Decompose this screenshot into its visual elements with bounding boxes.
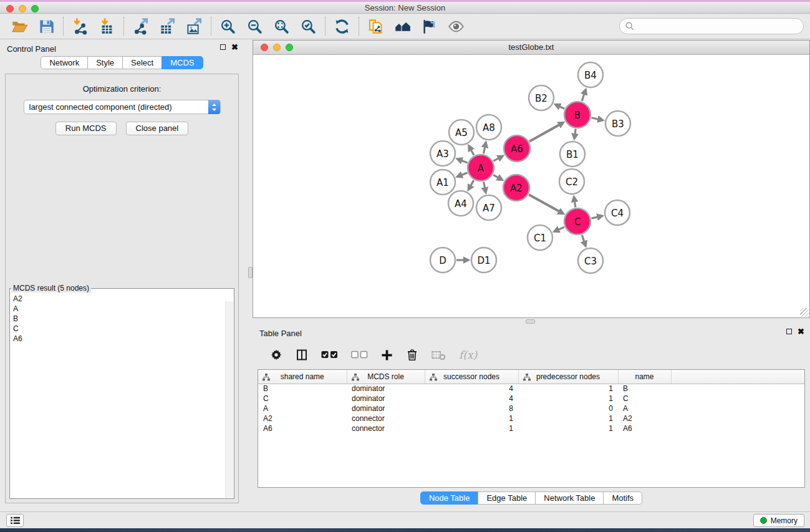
criterion-dropdown[interactable]: largest connected component (directed) — [24, 100, 221, 114]
table-cell-mcds-role[interactable]: dominator — [347, 394, 425, 404]
run-mcds-button[interactable]: Run MCDS — [55, 122, 117, 135]
zoom-fit-button[interactable] — [268, 16, 295, 37]
table-cell-predecessor[interactable]: 0 — [518, 404, 618, 414]
table-cell-name[interactable]: C — [618, 394, 671, 404]
float-panel-icon[interactable] — [220, 44, 226, 50]
export-network-button[interactable] — [127, 16, 154, 37]
zoom-selected-button[interactable] — [295, 16, 322, 37]
network-canvas[interactable]: AA1A2A3A4A5A6A7A8BB1B2B3B4CC1C2C3C4DD1 — [253, 55, 809, 317]
graph-node-C2[interactable]: C2 — [559, 169, 584, 194]
graph-edge-A-A5[interactable] — [469, 146, 474, 155]
table-row[interactable]: Adominator80A — [258, 404, 804, 414]
mcds-result-item[interactable]: A6 — [13, 334, 231, 344]
delete-table-button[interactable] — [432, 350, 446, 360]
graph-node-A7[interactable]: A7 — [476, 195, 501, 220]
search-box[interactable] — [619, 18, 804, 34]
column-header-predecessor-nodes[interactable]: predecessor nodes — [518, 370, 618, 384]
graph-node-D1[interactable]: D1 — [471, 248, 496, 273]
column-header-shared-name[interactable]: shared name — [258, 370, 347, 384]
table-cell-mcds-role[interactable]: dominator — [347, 384, 425, 394]
tab-edge-table[interactable]: Edge Table — [478, 491, 536, 505]
table-cell-successor[interactable]: 8 — [425, 404, 518, 414]
table-cell-successor[interactable]: 4 — [425, 384, 518, 394]
tab-network-table[interactable]: Network Table — [535, 491, 604, 505]
table-cell-successor[interactable]: 4 — [425, 394, 518, 404]
memory-button[interactable]: Memory — [753, 514, 804, 527]
table-cell-mcds-role[interactable]: connector — [347, 423, 425, 433]
graph-node-A2[interactable]: A2 — [503, 175, 529, 201]
graph-node-C4[interactable]: C4 — [605, 200, 630, 225]
table-cell-mcds-role[interactable]: dominator — [347, 404, 425, 414]
graph-node-C1[interactable]: C1 — [528, 225, 552, 250]
select-all-button[interactable] — [321, 351, 338, 359]
show-tool-panel-button[interactable] — [6, 514, 24, 527]
graph-edge-A2-C[interactable] — [529, 195, 563, 213]
graph-edge-A-A6[interactable] — [493, 156, 503, 161]
mcds-result-item[interactable]: A — [13, 304, 231, 314]
export-table-button[interactable] — [154, 16, 181, 37]
open-session-button[interactable] — [6, 16, 33, 37]
tab-network[interactable]: Network — [41, 56, 88, 69]
tab-style[interactable]: Style — [87, 56, 123, 69]
export-image-button[interactable] — [181, 16, 208, 37]
table-settings-button[interactable] — [270, 349, 282, 361]
table-cell-name[interactable]: B — [618, 384, 671, 394]
graph-node-B3[interactable]: B3 — [605, 111, 630, 136]
graph-edge-B-B3[interactable] — [592, 118, 603, 120]
graph-node-B1[interactable]: B1 — [560, 142, 585, 167]
table-cell-shared-name[interactable]: A6 — [258, 423, 347, 433]
mcds-result-item[interactable]: A2 — [13, 294, 231, 304]
graph-node-C[interactable]: C — [564, 208, 591, 235]
table-cell-shared-name[interactable]: A2 — [258, 414, 347, 423]
tab-select[interactable]: Select — [122, 56, 162, 69]
graph-edge-A-A2[interactable] — [493, 175, 502, 180]
table-row[interactable]: A6connector11A6 — [258, 423, 804, 433]
graph-edge-B-B4[interactable] — [582, 90, 586, 101]
graph-edge-A6-B[interactable] — [529, 123, 563, 142]
show-columns-button[interactable] — [296, 349, 308, 361]
graph-node-A5[interactable]: A5 — [449, 120, 474, 145]
first-neighbors-button[interactable] — [389, 16, 416, 37]
graph-node-A6[interactable]: A6 — [504, 135, 530, 162]
search-input[interactable] — [638, 22, 798, 31]
table-cell-predecessor[interactable]: 1 — [518, 384, 618, 394]
apply-layout-button[interactable] — [329, 16, 355, 37]
table-cell-shared-name[interactable]: C — [258, 394, 347, 404]
zoom-in-button[interactable] — [215, 16, 241, 37]
table-cell-name[interactable]: A2 — [618, 414, 671, 423]
column-header-mcds-role[interactable]: MCDS role — [347, 370, 425, 384]
column-header-successor-nodes[interactable]: successor nodes — [425, 370, 518, 384]
graph-edge-C-C1[interactable] — [554, 227, 564, 231]
scrollbar[interactable] — [225, 301, 233, 498]
tab-motifs[interactable]: Motifs — [603, 491, 642, 505]
graph-node-B4[interactable]: B4 — [578, 62, 603, 87]
graph-node-B[interactable]: B — [564, 102, 591, 128]
graph-node-A3[interactable]: A3 — [430, 141, 455, 166]
table-cell-name[interactable]: A6 — [618, 423, 671, 433]
graph-edge-A-A8[interactable] — [484, 143, 486, 154]
graph-node-D[interactable]: D — [430, 248, 455, 273]
graph-edge-B-B2[interactable] — [556, 105, 564, 109]
table-row[interactable]: Bdominator41B — [258, 384, 804, 394]
float-panel-icon[interactable] — [786, 329, 792, 334]
mcds-result-item[interactable]: C — [13, 324, 231, 334]
table-cell-predecessor[interactable]: 1 — [518, 394, 618, 404]
table-cell-name[interactable]: A — [618, 404, 671, 414]
tab-mcds[interactable]: MCDS — [162, 56, 203, 69]
network-window-title-bar[interactable]: testGlobe.txt — [253, 41, 809, 55]
close-panel-icon[interactable]: ✖ — [798, 328, 804, 335]
delete-column-button[interactable] — [406, 349, 418, 361]
graph-node-B2[interactable]: B2 — [529, 85, 554, 110]
table-cell-shared-name[interactable]: B — [258, 384, 347, 394]
deselect-all-button[interactable] — [351, 351, 368, 359]
mcds-result-item[interactable]: B — [13, 314, 231, 324]
flag-button[interactable] — [416, 16, 443, 37]
graph-edge-A-A4[interactable] — [468, 180, 474, 190]
graph-edge-A-A3[interactable] — [457, 159, 467, 163]
table-cell-successor[interactable]: 1 — [425, 423, 518, 433]
graph-node-A1[interactable]: A1 — [430, 170, 455, 195]
zoom-out-button[interactable] — [241, 16, 268, 37]
import-network-button[interactable] — [67, 16, 94, 37]
table-cell-predecessor[interactable]: 1 — [518, 423, 618, 433]
graph-edge-A-A1[interactable] — [457, 173, 467, 177]
